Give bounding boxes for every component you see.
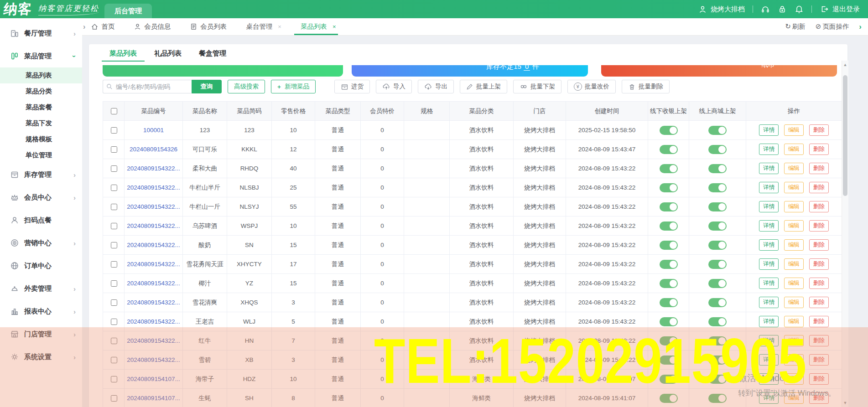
close-icon[interactable]: × [333, 23, 336, 30]
edit-button[interactable]: 编辑 [784, 335, 804, 346]
sidebar-item-member[interactable]: 会员中心 › [0, 186, 82, 209]
detail-button[interactable]: 详情 [759, 373, 779, 385]
dish-code-link[interactable]: 20240809154322... [127, 337, 180, 344]
tab-table-mgmt[interactable]: 桌台管理 × [246, 18, 281, 35]
edit-button[interactable]: 编辑 [784, 258, 804, 270]
close-icon[interactable]: × [278, 23, 281, 30]
row-checkbox[interactable] [111, 261, 117, 268]
tab-home[interactable]: 首页 [91, 18, 114, 35]
detail-button[interactable]: 详情 [759, 239, 779, 251]
refresh-button[interactable]: ↻刷新 [785, 22, 806, 31]
scrollbar-thumb[interactable] [843, 75, 847, 196]
mall-listed-toggle[interactable] [708, 298, 727, 307]
mall-listed-toggle[interactable] [708, 202, 727, 211]
detail-button[interactable]: 详情 [759, 182, 779, 193]
delete-button[interactable]: 删除 [809, 182, 829, 193]
dish-code-link[interactable]: 20240809154322... [127, 242, 180, 248]
tab-dish-list[interactable]: 菜品列表 × [301, 18, 336, 35]
pos-listed-toggle[interactable] [660, 394, 678, 403]
delete-button[interactable]: 删除 [809, 373, 829, 385]
lock-icon[interactable] [778, 5, 787, 14]
banner-orange[interactable]: 纸巾 [601, 65, 837, 77]
row-checkbox[interactable] [111, 395, 117, 402]
detail-button[interactable]: 详情 [759, 392, 779, 404]
pos-listed-toggle[interactable] [660, 126, 678, 135]
dish-code-link[interactable]: 20240809154322... [127, 261, 180, 268]
mall-listed-toggle[interactable] [708, 375, 727, 384]
batch-delete-button[interactable]: 批量删除 [622, 80, 670, 93]
dish-code-link[interactable]: 20240809154322... [127, 318, 180, 325]
sidebar-item-report[interactable]: 报表中心 › [0, 300, 82, 323]
edit-button[interactable]: 编辑 [784, 297, 804, 308]
row-checkbox[interactable] [111, 242, 117, 248]
scroll-down-arrow[interactable]: ▼ [842, 400, 848, 406]
sidebar-subitem-dish-list[interactable]: 菜品列表 [0, 67, 82, 83]
mall-listed-toggle[interactable] [708, 260, 727, 269]
delete-button[interactable]: 删除 [809, 201, 829, 212]
delete-button[interactable]: 删除 [809, 220, 829, 232]
banner-low-stock[interactable]: 库存不足150件 [352, 65, 588, 77]
sidebar-item-marketing[interactable]: 营销中心 › [0, 232, 82, 254]
delete-button[interactable]: 删除 [809, 124, 829, 136]
delete-button[interactable]: 删除 [809, 258, 829, 270]
pos-listed-toggle[interactable] [660, 145, 678, 154]
pos-listed-toggle[interactable] [660, 202, 678, 211]
tab-member-list[interactable]: 会员列表 [190, 18, 227, 35]
edit-button[interactable]: 编辑 [784, 163, 804, 174]
edit-button[interactable]: 编辑 [784, 220, 804, 232]
pos-listed-toggle[interactable] [660, 241, 678, 250]
detail-button[interactable]: 详情 [759, 297, 779, 308]
edit-button[interactable]: 编辑 [784, 392, 804, 404]
edit-button[interactable]: 编辑 [784, 201, 804, 212]
edit-button[interactable]: 编辑 [784, 373, 804, 385]
dish-code-link[interactable]: 100001 [143, 127, 164, 134]
sidebar-item-store[interactable]: 门店管理 › [0, 323, 82, 345]
pos-listed-toggle[interactable] [660, 317, 678, 326]
edit-button[interactable]: 编辑 [784, 316, 804, 327]
current-store-name[interactable]: 烧烤大排档 [711, 5, 745, 14]
dish-code-link[interactable]: 20240809154322... [127, 222, 180, 229]
scroll-up-arrow[interactable]: ▲ [842, 62, 848, 68]
subtab-gift-list[interactable]: 礼品列表 [146, 44, 189, 62]
detail-button[interactable]: 详情 [759, 220, 779, 232]
dish-code-link[interactable]: 20240809154107... [127, 376, 180, 382]
pos-listed-toggle[interactable] [660, 279, 678, 288]
detail-button[interactable]: 详情 [759, 163, 779, 174]
row-checkbox[interactable] [111, 165, 117, 172]
nav-tab-backoffice[interactable]: 后台管理 [104, 4, 152, 18]
pos-listed-toggle[interactable] [660, 260, 678, 269]
delete-button[interactable]: 删除 [809, 297, 829, 308]
dish-code-link[interactable]: 20240809154322... [127, 203, 180, 210]
row-checkbox[interactable] [111, 146, 117, 153]
detail-button[interactable]: 详情 [759, 354, 779, 366]
mall-listed-toggle[interactable] [708, 241, 727, 250]
import-button[interactable]: 导入 [376, 80, 412, 93]
mall-listed-toggle[interactable] [708, 317, 727, 326]
batch-reprice-button[interactable]: ¥批量改价 [567, 80, 616, 93]
edit-button[interactable]: 编辑 [784, 354, 804, 366]
vertical-scrollbar[interactable]: ▲ ▼ [842, 61, 848, 407]
banner-green[interactable] [103, 65, 343, 77]
batch-delist-button[interactable]: 批量下架 [513, 80, 561, 93]
mall-listed-toggle[interactable] [708, 336, 727, 345]
mall-listed-toggle[interactable] [708, 222, 727, 231]
page-actions-button[interactable]: ⊘页面操作 [816, 22, 849, 31]
export-button[interactable]: 导出 [418, 80, 454, 93]
sidebar-subitem-unit-mgmt[interactable]: 单位管理 [0, 147, 82, 163]
low-stock-count[interactable]: 0 [524, 65, 530, 71]
sidebar-item-order[interactable]: 订单中心 [0, 254, 82, 277]
detail-button[interactable]: 详情 [759, 316, 779, 327]
mall-listed-toggle[interactable] [708, 394, 727, 403]
dish-code-link[interactable]: 20240809154107... [127, 395, 180, 402]
subtab-dish-list[interactable]: 菜品列表 [102, 44, 145, 62]
select-all-checkbox[interactable] [111, 108, 117, 114]
pos-listed-toggle[interactable] [660, 183, 678, 192]
detail-button[interactable]: 详情 [759, 124, 779, 136]
sidebar-item-dish[interactable]: 菜品管理 › [0, 45, 82, 67]
search-input[interactable] [103, 80, 192, 93]
tab-member-info[interactable]: 会员信息 [134, 18, 171, 35]
detail-button[interactable]: 详情 [759, 278, 779, 289]
edit-button[interactable]: 编辑 [784, 124, 804, 136]
row-checkbox[interactable] [111, 280, 117, 287]
delete-button[interactable]: 删除 [809, 239, 829, 251]
